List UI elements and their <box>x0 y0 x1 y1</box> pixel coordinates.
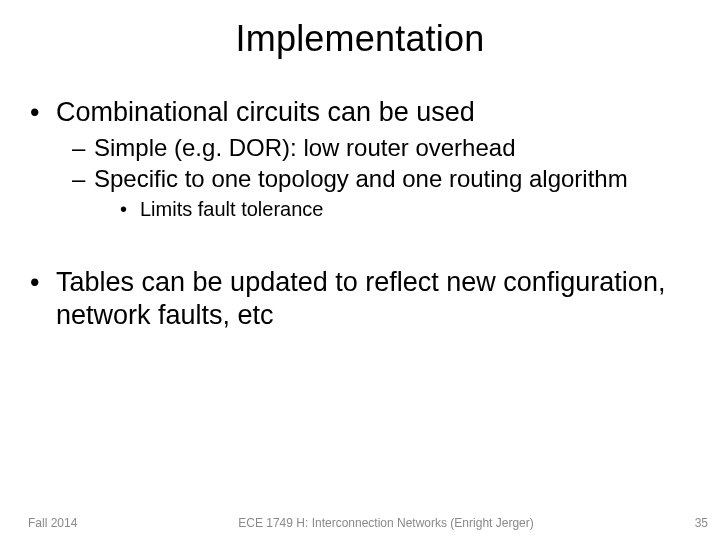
bullet-text: Combinational circuits can be used <box>56 96 475 129</box>
bullet-level2: – Specific to one topology and one routi… <box>72 164 690 193</box>
bullet-text: Specific to one topology and one routing… <box>94 164 628 193</box>
slide-body: • Combinational circuits can be used – S… <box>0 60 720 332</box>
bullet-dot-icon: • <box>30 96 56 129</box>
bullet-level2: – Simple (e.g. DOR): low router overhead <box>72 133 690 162</box>
bullet-dot-icon: • <box>30 266 56 332</box>
footer-date: Fall 2014 <box>28 516 77 530</box>
bullet-dash-icon: – <box>72 164 94 193</box>
bullet-dot-icon: • <box>120 197 140 222</box>
bullet-level3: • Limits fault tolerance <box>120 197 690 222</box>
bullet-dash-icon: – <box>72 133 94 162</box>
footer-course: ECE 1749 H: Interconnection Networks (En… <box>77 516 694 530</box>
bullet-level1: • Combinational circuits can be used <box>30 96 690 129</box>
slide-footer: Fall 2014 ECE 1749 H: Interconnection Ne… <box>0 516 720 530</box>
bullet-text: Tables can be updated to reflect new con… <box>56 266 690 332</box>
bullet-level1: • Tables can be updated to reflect new c… <box>30 266 690 332</box>
bullet-text: Simple (e.g. DOR): low router overhead <box>94 133 516 162</box>
bullet-text: Limits fault tolerance <box>140 197 323 222</box>
footer-page-number: 35 <box>695 516 708 530</box>
slide-title: Implementation <box>0 0 720 60</box>
